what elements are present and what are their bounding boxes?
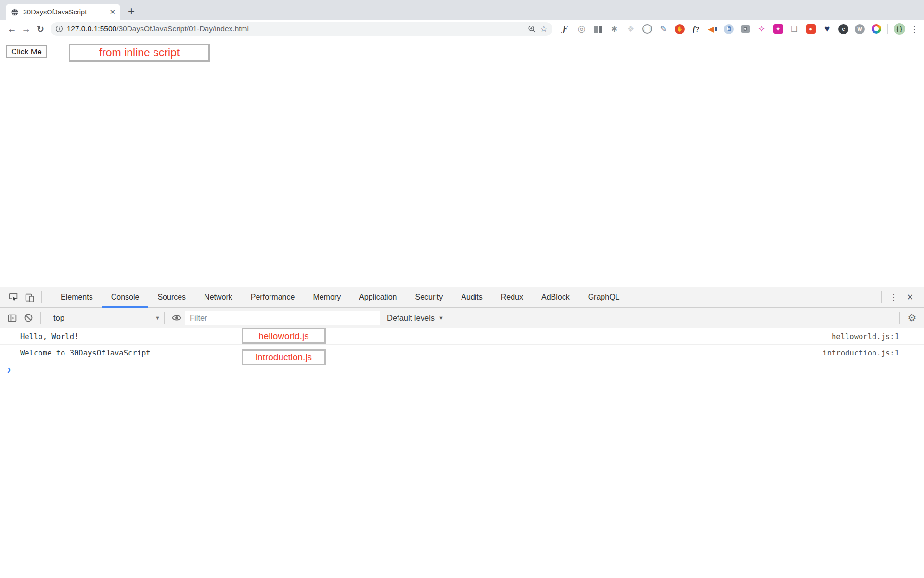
extension-bar: Ƒ ◎ ✱ ❖ {…} ✎ ✋ f? ◀ ✧ ✦ ❏ ● ♥ e W { } [559,23,905,35]
console-sidebar-toggle-icon[interactable] [4,308,20,328]
tab-security[interactable]: Security [406,287,452,308]
json-viewer-extension-icon[interactable]: { } [893,23,905,35]
tab-elements[interactable]: Elements [51,287,102,308]
toolbar-separator [899,312,900,324]
url-host: 127.0.0.1:5500 [67,25,116,33]
bug-extension-icon[interactable]: ✱ [608,23,620,35]
swirl-extension-icon[interactable] [723,23,735,35]
heart-search-extension-icon[interactable]: ♥ [821,23,833,35]
console-toolbar: top ▼ Default levels ▼ ⚙ [0,308,924,328]
new-tab-button[interactable]: + [128,4,135,18]
dark-circle-extension-icon[interactable]: e [837,23,849,35]
frame-context-select[interactable]: top ▼ [47,314,160,323]
inline-script-box: from inline script [69,44,210,62]
tab-audits[interactable]: Audits [452,287,491,308]
click-me-button[interactable]: Click Me [6,45,47,58]
clear-console-icon[interactable] [20,308,37,328]
megaphone-extension-icon[interactable]: ◀ [706,23,719,35]
log-levels-value: Default levels [387,314,435,323]
back-icon[interactable]: ← [5,24,19,35]
json-dots-extension-icon[interactable]: {…} [641,23,653,35]
browser-toolbar: ← → ↻ 127.0.0.1:5500/30DaysOfJavaScript/… [0,20,924,38]
url-text: 127.0.0.1:5500/30DaysOfJavaScript/01-Day… [67,25,249,33]
tab-strip: 30DaysOfJavaScript ✕ + [0,0,924,20]
tab-sources[interactable]: Sources [148,287,195,308]
log-levels-select[interactable]: Default levels ▼ [387,314,444,323]
address-bar[interactable]: 127.0.0.1:5500/30DaysOfJavaScript/01-Day… [51,22,552,36]
devtools-close-icon[interactable]: ✕ [902,292,918,302]
tab-memory[interactable]: Memory [304,287,350,308]
live-expression-eye-icon[interactable] [168,308,185,328]
devtools-panel: Elements Console Sources Network Perform… [0,287,924,578]
tab-adblock[interactable]: AdBlock [532,287,579,308]
math-f-extension-icon[interactable]: f? [690,23,702,35]
zoom-icon[interactable] [528,25,536,33]
toolbar-separator [41,291,42,303]
globe-favicon-icon [11,8,19,16]
devtools-menu-icon[interactable]: ⋮ [886,292,902,302]
pink-square-extension-icon[interactable]: ✦ [772,23,784,35]
eyedropper-extension-icon[interactable]: ✎ [657,23,669,35]
orbit-extension-icon[interactable]: ◎ [576,23,588,35]
source-link[interactable]: helloworld.js:1 [832,332,899,341]
chevron-down-icon: ▼ [438,315,444,321]
annotation-box-introduction: introduction.js [242,349,326,365]
tab-performance[interactable]: Performance [242,287,304,308]
toolbar-separator [40,312,41,324]
extension-separator [887,24,888,34]
info-icon[interactable] [55,25,63,33]
red-app-extension-icon[interactable]: ● [805,23,817,35]
page-content: Click Me from inline script [0,38,924,287]
toolbar-separator [881,291,882,303]
tab-graphql[interactable]: GraphQL [579,287,629,308]
browser-tab[interactable]: 30DaysOfJavaScript ✕ [6,4,120,20]
devtools-tabbar-right: ⋮ ✕ [877,291,924,303]
toolbar-separator [164,312,165,324]
tab-close-icon[interactable]: ✕ [109,8,116,16]
columns-extension-icon[interactable] [592,23,604,35]
console-message-text: Welcome to 30DaysOfJavaScript [20,349,151,357]
devtools-tabs: Elements Console Sources Network Perform… [51,287,629,308]
source-link[interactable]: introduction.js:1 [822,349,899,357]
annotation-box-helloworld: helloworld.js [242,328,326,344]
tab-application[interactable]: Application [350,287,406,308]
tab-redux[interactable]: Redux [492,287,532,308]
inspect-element-icon[interactable] [5,287,21,308]
console-message-text: Hello, World! [20,332,78,341]
frame-context-value: top [53,314,64,323]
console-filter-input[interactable] [185,311,380,325]
wave-w-extension-icon[interactable]: W [854,23,866,35]
console-prompt[interactable]: ❯ [0,361,924,379]
grid-extension-icon[interactable]: ❖ [625,23,637,35]
url-path: /30DaysOfJavaScript/01-Day/index.html [116,25,249,33]
prompt-chevron-icon: ❯ [7,366,11,374]
device-toolbar-icon[interactable] [21,287,38,308]
camera-extension-icon[interactable] [739,23,751,35]
inline-script-text: from inline script [99,46,180,59]
tab-console[interactable]: Console [102,287,149,308]
stop-hand-extension-icon[interactable]: ✋ [674,23,686,35]
console-message-row: Hello, World! helloworld.js:1 [0,328,924,345]
tab-network[interactable]: Network [195,287,242,308]
chevron-down-icon: ▼ [155,315,160,321]
color-ring-extension-icon[interactable] [870,23,882,35]
screenshot-corners-extension-icon[interactable]: ❏ [788,23,800,35]
devtools-tabbar: Elements Console Sources Network Perform… [0,287,924,308]
console-output: Hello, World! helloworld.js:1 Welcome to… [0,328,924,379]
console-settings-gear-icon[interactable]: ⚙ [904,308,920,328]
fonts-ninja-extension-icon[interactable]: Ƒ [559,23,571,35]
pink-star-extension-icon[interactable]: ✧ [756,23,768,35]
tab-title: 30DaysOfJavaScript [23,8,105,16]
bookmark-star-icon[interactable]: ☆ [540,24,548,34]
console-message-row: Welcome to 30DaysOfJavaScript introducti… [0,345,924,361]
reload-icon[interactable]: ↻ [33,24,48,35]
forward-icon[interactable]: → [19,24,34,35]
browser-menu-icon[interactable]: ⋮ [910,24,919,35]
